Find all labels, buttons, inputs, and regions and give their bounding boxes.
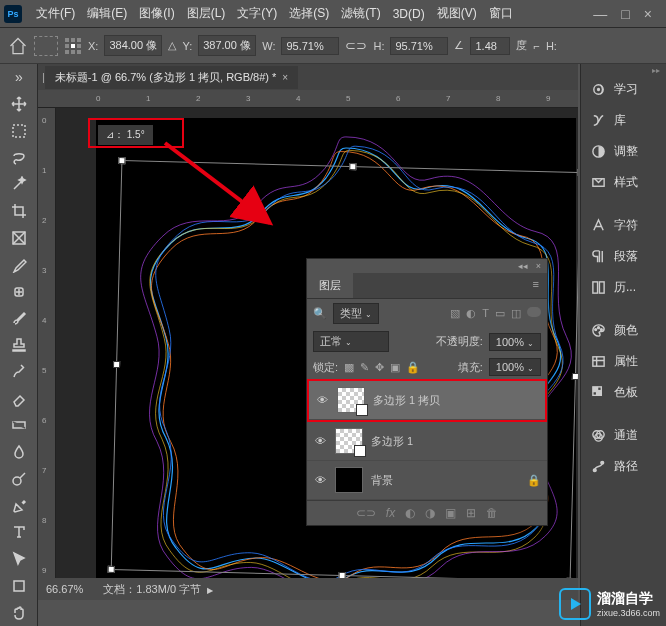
tab-close-icon[interactable]: × — [282, 72, 288, 83]
marquee-tool[interactable] — [3, 119, 35, 144]
panel-learn[interactable]: 学习 — [581, 74, 666, 105]
horizontal-ruler[interactable]: 0 1 2 3 4 5 6 7 8 9 — [38, 90, 578, 108]
lasso-tool[interactable] — [3, 145, 35, 170]
lock-pixels-icon[interactable]: ▩ — [344, 361, 354, 374]
panel-history[interactable]: 历... — [581, 272, 666, 303]
fx-icon[interactable]: fx — [386, 506, 395, 520]
menu-edit[interactable]: 编辑(E) — [81, 1, 133, 26]
transform-handle[interactable] — [108, 566, 115, 573]
layer-thumbnail[interactable] — [335, 467, 363, 493]
dodge-tool[interactable] — [3, 466, 35, 491]
panel-channels[interactable]: 通道 — [581, 420, 666, 451]
menu-3d[interactable]: 3D(D) — [387, 3, 431, 25]
panel-properties[interactable]: 属性 — [581, 346, 666, 377]
doc-info-readout[interactable]: 文档：1.83M/0 字节▶ — [103, 582, 213, 597]
layer-name[interactable]: 背景 — [371, 473, 393, 488]
document-tab[interactable]: 未标题-1 @ 66.7% (多边形 1 拷贝, RGB/8#) * × — [45, 66, 298, 89]
panel-adjust[interactable]: 调整 — [581, 136, 666, 167]
layers-panel-tab[interactable]: 图层 — [307, 273, 353, 298]
path-select-tool[interactable] — [3, 547, 35, 572]
collapse-right-icon[interactable]: ▸▸ — [652, 66, 660, 75]
mask-icon[interactable]: ◐ — [405, 506, 415, 520]
filter-type-icon[interactable]: T — [482, 307, 489, 320]
x-input[interactable]: 384.00 像 — [104, 35, 162, 56]
move-tool[interactable] — [3, 92, 35, 117]
menu-layer[interactable]: 图层(L) — [181, 1, 232, 26]
gradient-tool[interactable] — [3, 413, 35, 438]
layer-name[interactable]: 多边形 1 — [371, 434, 413, 449]
filter-pixel-icon[interactable]: ▧ — [450, 307, 460, 320]
frame-tool[interactable] — [3, 226, 35, 251]
delta-icon[interactable]: △ — [168, 39, 176, 52]
transform-handle[interactable] — [349, 163, 356, 170]
panel-styles[interactable]: 样式 — [581, 167, 666, 198]
search-icon[interactable]: 🔍 — [313, 307, 327, 320]
type-tool[interactable] — [3, 520, 35, 545]
panel-color[interactable]: 颜色 — [581, 315, 666, 346]
history-brush-tool[interactable] — [3, 359, 35, 384]
menu-select[interactable]: 选择(S) — [283, 1, 335, 26]
collapse-icon[interactable]: » — [3, 65, 35, 90]
pen-tool[interactable] — [3, 493, 35, 518]
menu-type[interactable]: 文字(Y) — [231, 1, 283, 26]
lock-all-icon[interactable]: 🔒 — [406, 361, 420, 374]
layer-thumbnail[interactable] — [335, 428, 363, 454]
opacity-input[interactable]: 100% ⌄ — [489, 333, 541, 351]
filter-smart-icon[interactable]: ◫ — [511, 307, 521, 320]
panel-swatches[interactable]: 色板 — [581, 377, 666, 408]
panel-collapse-icon[interactable]: ◂◂ — [518, 261, 528, 271]
layer-name[interactable]: 多边形 1 拷贝 — [373, 393, 440, 408]
transform-handle[interactable] — [577, 169, 578, 176]
menu-filter[interactable]: 滤镜(T) — [335, 1, 386, 26]
eyedropper-tool[interactable] — [3, 252, 35, 277]
hand-tool[interactable] — [3, 600, 35, 625]
panel-menu-icon[interactable]: ≡ — [525, 273, 547, 298]
layers-panel[interactable]: ◂◂ × 图层 ≡ 🔍 类型 ⌄ ▧ ◐ T ▭ ◫ 正常 ⌄ 不透明度: 10… — [306, 258, 548, 526]
menu-window[interactable]: 窗口 — [483, 1, 519, 26]
transform-handle[interactable] — [118, 157, 125, 164]
close-icon[interactable]: × — [644, 6, 652, 22]
home-icon[interactable] — [8, 36, 28, 56]
panel-paths[interactable]: 路径 — [581, 451, 666, 482]
angle-input[interactable]: 1.48 — [470, 37, 510, 55]
group-icon[interactable]: ▣ — [445, 506, 456, 520]
vertical-ruler[interactable]: 0 1 2 3 4 5 6 7 8 9 — [38, 108, 56, 600]
panel-library[interactable]: 库 — [581, 105, 666, 136]
panel-close-icon[interactable]: × — [536, 261, 541, 271]
brush-tool[interactable] — [3, 306, 35, 331]
transform-target-icon[interactable] — [34, 36, 58, 56]
visibility-icon[interactable]: 👁 — [315, 394, 329, 406]
fill-input[interactable]: 100% ⌄ — [489, 358, 541, 376]
filter-toggle-icon[interactable] — [527, 307, 541, 317]
adjustment-icon[interactable]: ◑ — [425, 506, 435, 520]
layer-row[interactable]: 👁 多边形 1 拷贝 — [309, 381, 545, 420]
menu-view[interactable]: 视图(V) — [431, 1, 483, 26]
link-icon[interactable]: ⊂⊃ — [345, 38, 367, 53]
blend-mode-select[interactable]: 正常 ⌄ — [313, 331, 389, 352]
reference-point-icon[interactable] — [64, 37, 82, 55]
blur-tool[interactable] — [3, 440, 35, 465]
menu-image[interactable]: 图像(I) — [133, 1, 180, 26]
transform-handle[interactable] — [113, 361, 120, 368]
filter-shape-icon[interactable]: ▭ — [495, 307, 505, 320]
layer-thumbnail[interactable] — [337, 387, 365, 413]
layer-filter-type[interactable]: 类型 ⌄ — [333, 303, 379, 324]
y-input[interactable]: 387.00 像 — [198, 35, 256, 56]
lock-brush-icon[interactable]: ✎ — [360, 361, 369, 374]
crop-tool[interactable] — [3, 199, 35, 224]
maximize-icon[interactable]: □ — [621, 6, 629, 22]
layer-row[interactable]: 👁 多边形 1 — [307, 422, 547, 461]
transform-handle[interactable] — [572, 373, 578, 380]
magic-wand-tool[interactable] — [3, 172, 35, 197]
lock-position-icon[interactable]: ✥ — [375, 361, 384, 374]
stamp-tool[interactable] — [3, 333, 35, 358]
zoom-readout[interactable]: 66.67% — [46, 583, 83, 595]
menu-file[interactable]: 文件(F) — [30, 1, 81, 26]
layer-row[interactable]: 👁 背景 🔒 — [307, 461, 547, 500]
filter-adjust-icon[interactable]: ◐ — [466, 307, 476, 320]
panel-paragraph[interactable]: 段落 — [581, 241, 666, 272]
w-input[interactable]: 95.71% — [281, 37, 339, 55]
minimize-icon[interactable]: — — [593, 6, 607, 22]
panel-character[interactable]: 字符 — [581, 210, 666, 241]
h-input[interactable]: 95.71% — [390, 37, 448, 55]
